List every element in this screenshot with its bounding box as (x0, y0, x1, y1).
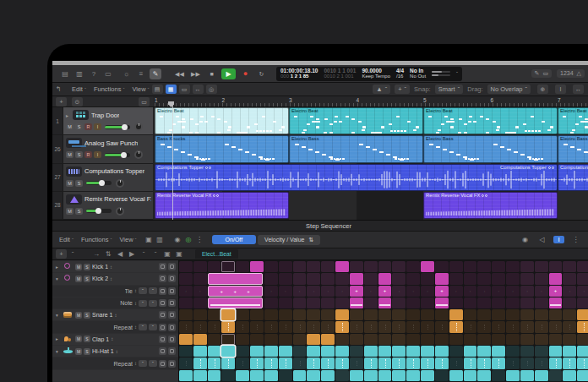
step-cell[interactable] (464, 286, 477, 297)
step-cell[interactable] (208, 261, 221, 272)
step-cell[interactable] (208, 321, 221, 332)
step-cell[interactable] (477, 286, 491, 297)
step-cell[interactable] (406, 261, 420, 272)
step-cell[interactable] (364, 321, 378, 332)
subrow-stepper-icon[interactable]: ↕ (134, 361, 137, 366)
automation-button[interactable]: ◎ (206, 85, 217, 94)
grid-b-icon[interactable]: ▣ (173, 248, 185, 259)
step-cell[interactable] (535, 334, 548, 345)
step-cell[interactable] (392, 370, 406, 381)
smart-controls-icon[interactable]: ☼ (121, 68, 133, 79)
catch-button[interactable]: ⊕ (537, 85, 548, 94)
step-cell[interactable] (364, 357, 378, 368)
row-stepper-icon[interactable]: ↕ (111, 336, 113, 341)
step-cell[interactable] (378, 286, 392, 297)
track-header[interactable]: 28Remix Reverse Vocal FXMS (52, 192, 153, 220)
step-cell[interactable] (506, 357, 520, 368)
subrow-decrement-button[interactable]: ˇ (139, 300, 147, 307)
step-cell[interactable] (421, 370, 434, 381)
step-cell[interactable] (492, 346, 505, 357)
step-cell[interactable] (279, 370, 292, 381)
subrow-decrement-button[interactable]: ˇ (139, 324, 147, 330)
step-cell[interactable] (392, 286, 406, 297)
zoom-tool-button[interactable]: ↔ (193, 85, 204, 94)
onoff-mode-button[interactable]: On/Off (212, 235, 257, 244)
row-solo-button[interactable]: S (84, 312, 90, 319)
step-cell[interactable] (250, 357, 264, 368)
step-cell[interactable] (307, 286, 320, 297)
step-cell[interactable] (421, 321, 434, 332)
step-cell[interactable] (506, 261, 520, 272)
cycle-button[interactable]: ↻ (255, 68, 268, 79)
step-cell[interactable] (193, 261, 207, 272)
step-cell[interactable] (435, 370, 449, 381)
step-cell[interactable] (506, 309, 520, 320)
track-solo-button[interactable]: S (75, 180, 83, 187)
step-cell[interactable] (563, 261, 576, 272)
junction-button[interactable]: ▭ (179, 85, 190, 94)
track-mute-button[interactable]: M (66, 123, 74, 130)
step-cell[interactable] (279, 346, 292, 357)
region[interactable]: Computations T (558, 164, 588, 191)
step-cell[interactable] (179, 370, 193, 381)
step-cell[interactable] (250, 370, 264, 381)
row-edit-mode-icon[interactable] (159, 311, 166, 319)
step-cell[interactable] (464, 370, 477, 381)
region[interactable]: Electro Bass (558, 135, 588, 162)
step-cell[interactable] (279, 273, 292, 284)
step-cell[interactable] (193, 286, 207, 297)
paste-pattern-icon[interactable]: ▥ (155, 236, 166, 243)
step-cell[interactable] (193, 346, 207, 357)
step-cell[interactable] (350, 357, 363, 368)
step-cell[interactable] (307, 261, 320, 272)
step-cell[interactable] (406, 357, 420, 368)
step-cell[interactable] (335, 370, 349, 381)
arrange-menu-view[interactable]: Viewˇ (132, 85, 149, 93)
step-cell[interactable] (577, 273, 588, 284)
add-row-chevron[interactable]: ˇ (67, 248, 79, 259)
subrow-increment-button[interactable]: ˆ (149, 300, 157, 307)
step-cell[interactable] (293, 357, 307, 368)
step-cell[interactable] (421, 261, 434, 272)
step-cell[interactable] (321, 261, 335, 272)
track-zoom-icon[interactable]: ▭ (139, 97, 150, 106)
seq-kebab-icon[interactable]: ⋮ (194, 236, 205, 243)
pencil-tool-icon[interactable]: ✎ (535, 70, 540, 77)
region[interactable]: Electro Bass (423, 135, 558, 162)
step-cell[interactable] (364, 273, 378, 284)
step-cell[interactable] (492, 273, 505, 284)
step-cell[interactable] (392, 334, 406, 345)
subrow-edit-mode-icon[interactable] (159, 287, 166, 295)
step-cell[interactable] (179, 261, 193, 272)
step-cell[interactable] (378, 334, 392, 345)
step-cell[interactable] (392, 297, 406, 308)
lcd-chevron-icon[interactable]: ˇ (456, 71, 458, 76)
step-cell[interactable] (335, 357, 349, 368)
region[interactable]: Electro Beat (155, 107, 289, 134)
step-cell[interactable] (221, 261, 235, 272)
seq-options-icon[interactable]: ⋮ (570, 236, 581, 243)
step-cell[interactable] (535, 346, 548, 357)
step-cell[interactable] (563, 286, 576, 297)
row-mute-button[interactable]: M (75, 264, 82, 270)
step-cell[interactable] (179, 321, 193, 332)
seq-list-row[interactable]: Repeat↕ˇˆ (52, 321, 178, 332)
step-cell[interactable] (193, 321, 207, 332)
subrow-edit-mode-icon[interactable] (159, 324, 166, 331)
track-header[interactable]: 27Computations TopperMS (52, 164, 153, 192)
pan-knob[interactable] (134, 123, 143, 131)
step-cell[interactable] (464, 261, 477, 272)
pattern-power-icon[interactable]: ◎ (183, 236, 194, 243)
step-cell[interactable] (221, 346, 235, 357)
step-cell[interactable] (321, 309, 335, 320)
step-cell[interactable] (464, 346, 477, 357)
step-cell[interactable] (492, 309, 505, 320)
step-cell[interactable] (563, 321, 576, 332)
volume-slider[interactable] (86, 181, 112, 185)
prev-pattern-icon[interactable]: ◀ (114, 248, 126, 259)
step-cell[interactable] (549, 297, 563, 308)
step-cell[interactable] (406, 286, 420, 297)
track-header[interactable]: 26Analog Saw PunchMSRI (52, 135, 153, 163)
step-cell[interactable] (321, 321, 335, 332)
step-cell[interactable] (392, 309, 406, 320)
